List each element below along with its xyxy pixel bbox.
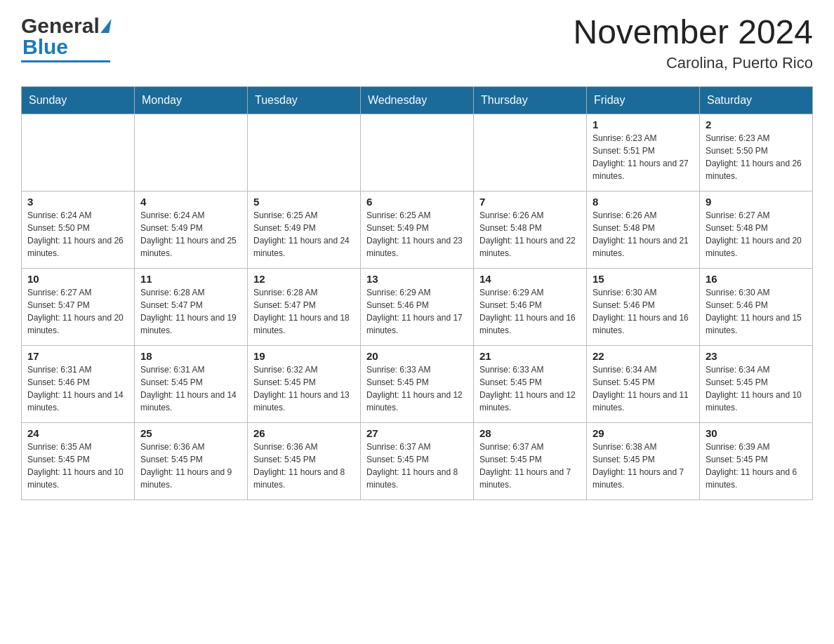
col-header-friday: Friday xyxy=(587,86,700,114)
calendar-cell: 15Sunrise: 6:30 AM Sunset: 5:46 PM Dayli… xyxy=(587,268,700,345)
day-number: 24 xyxy=(27,427,128,439)
day-number: 18 xyxy=(140,350,241,362)
day-number: 29 xyxy=(593,427,694,439)
day-info: Sunrise: 6:23 AM Sunset: 5:50 PM Dayligh… xyxy=(706,132,807,182)
calendar-cell: 2Sunrise: 6:23 AM Sunset: 5:50 PM Daylig… xyxy=(700,114,813,191)
day-number: 10 xyxy=(27,273,128,285)
title-block: November 2024 Carolina, Puerto Rico xyxy=(573,14,813,72)
day-number: 3 xyxy=(27,196,128,208)
day-number: 14 xyxy=(479,273,581,285)
calendar-cell: 16Sunrise: 6:30 AM Sunset: 5:46 PM Dayli… xyxy=(700,268,813,345)
day-number: 17 xyxy=(27,350,128,362)
day-info: Sunrise: 6:34 AM Sunset: 5:45 PM Dayligh… xyxy=(593,363,694,414)
calendar-cell: 25Sunrise: 6:36 AM Sunset: 5:45 PM Dayli… xyxy=(135,422,248,499)
calendar-cell: 1Sunrise: 6:23 AM Sunset: 5:51 PM Daylig… xyxy=(587,114,700,191)
day-info: Sunrise: 6:34 AM Sunset: 5:45 PM Dayligh… xyxy=(706,363,807,414)
day-info: Sunrise: 6:36 AM Sunset: 5:45 PM Dayligh… xyxy=(253,441,355,491)
calendar-header-row: SundayMondayTuesdayWednesdayThursdayFrid… xyxy=(22,86,813,114)
calendar-cell: 23Sunrise: 6:34 AM Sunset: 5:45 PM Dayli… xyxy=(700,345,813,422)
calendar-cell: 28Sunrise: 6:37 AM Sunset: 5:45 PM Dayli… xyxy=(474,422,587,499)
day-info: Sunrise: 6:31 AM Sunset: 5:45 PM Dayligh… xyxy=(140,363,241,414)
day-number: 2 xyxy=(706,119,807,130)
calendar-cell xyxy=(135,114,248,191)
day-info: Sunrise: 6:30 AM Sunset: 5:46 PM Dayligh… xyxy=(593,286,694,337)
calendar-cell: 19Sunrise: 6:32 AM Sunset: 5:45 PM Dayli… xyxy=(248,345,361,422)
col-header-saturday: Saturday xyxy=(700,86,813,114)
day-info: Sunrise: 6:31 AM Sunset: 5:46 PM Dayligh… xyxy=(27,363,128,414)
day-info: Sunrise: 6:25 AM Sunset: 5:49 PM Dayligh… xyxy=(366,209,468,260)
col-header-tuesday: Tuesday xyxy=(248,86,361,114)
calendar-row-4: 24Sunrise: 6:35 AM Sunset: 5:45 PM Dayli… xyxy=(22,422,813,499)
month-title: November 2024 xyxy=(573,14,813,51)
calendar-cell: 14Sunrise: 6:29 AM Sunset: 5:46 PM Dayli… xyxy=(474,268,587,345)
col-header-monday: Monday xyxy=(135,86,248,114)
day-number: 12 xyxy=(253,273,355,285)
day-number: 5 xyxy=(253,196,355,208)
day-info: Sunrise: 6:33 AM Sunset: 5:45 PM Dayligh… xyxy=(366,363,468,414)
day-info: Sunrise: 6:26 AM Sunset: 5:48 PM Dayligh… xyxy=(479,209,581,260)
day-info: Sunrise: 6:32 AM Sunset: 5:45 PM Dayligh… xyxy=(253,363,355,414)
calendar-row-2: 10Sunrise: 6:27 AM Sunset: 5:47 PM Dayli… xyxy=(22,268,813,345)
calendar-cell: 5Sunrise: 6:25 AM Sunset: 5:49 PM Daylig… xyxy=(248,191,361,268)
day-number: 27 xyxy=(366,427,468,439)
calendar-cell: 26Sunrise: 6:36 AM Sunset: 5:45 PM Dayli… xyxy=(248,422,361,499)
day-info: Sunrise: 6:37 AM Sunset: 5:45 PM Dayligh… xyxy=(366,441,468,491)
calendar-cell: 20Sunrise: 6:33 AM Sunset: 5:45 PM Dayli… xyxy=(361,345,474,422)
calendar-cell xyxy=(361,114,474,191)
calendar-cell: 18Sunrise: 6:31 AM Sunset: 5:45 PM Dayli… xyxy=(135,345,248,422)
col-header-sunday: Sunday xyxy=(22,86,135,114)
day-info: Sunrise: 6:26 AM Sunset: 5:48 PM Dayligh… xyxy=(593,209,694,260)
day-info: Sunrise: 6:24 AM Sunset: 5:50 PM Dayligh… xyxy=(27,209,128,260)
calendar-row-3: 17Sunrise: 6:31 AM Sunset: 5:46 PM Dayli… xyxy=(22,345,813,422)
day-info: Sunrise: 6:36 AM Sunset: 5:45 PM Dayligh… xyxy=(140,441,241,491)
calendar-cell: 3Sunrise: 6:24 AM Sunset: 5:50 PM Daylig… xyxy=(22,191,135,268)
calendar-cell: 24Sunrise: 6:35 AM Sunset: 5:45 PM Dayli… xyxy=(22,422,135,499)
day-number: 25 xyxy=(140,427,241,439)
day-info: Sunrise: 6:25 AM Sunset: 5:49 PM Dayligh… xyxy=(253,209,355,260)
day-number: 4 xyxy=(140,196,241,208)
calendar-cell xyxy=(248,114,361,191)
day-info: Sunrise: 6:28 AM Sunset: 5:47 PM Dayligh… xyxy=(253,286,355,337)
day-info: Sunrise: 6:24 AM Sunset: 5:49 PM Dayligh… xyxy=(140,209,241,260)
day-number: 1 xyxy=(593,119,694,130)
day-number: 6 xyxy=(366,196,468,208)
day-number: 22 xyxy=(593,350,694,362)
day-number: 21 xyxy=(479,350,581,362)
day-number: 20 xyxy=(366,350,468,362)
day-number: 7 xyxy=(479,196,581,208)
calendar-cell: 6Sunrise: 6:25 AM Sunset: 5:49 PM Daylig… xyxy=(361,191,474,268)
location-text: Carolina, Puerto Rico xyxy=(573,54,813,72)
calendar-cell: 9Sunrise: 6:27 AM Sunset: 5:48 PM Daylig… xyxy=(700,191,813,268)
day-info: Sunrise: 6:29 AM Sunset: 5:46 PM Dayligh… xyxy=(479,286,581,337)
calendar-cell: 30Sunrise: 6:39 AM Sunset: 5:45 PM Dayli… xyxy=(700,422,813,499)
day-number: 23 xyxy=(706,350,807,362)
day-number: 9 xyxy=(706,196,807,208)
calendar-cell: 13Sunrise: 6:29 AM Sunset: 5:46 PM Dayli… xyxy=(361,268,474,345)
calendar-cell: 21Sunrise: 6:33 AM Sunset: 5:45 PM Dayli… xyxy=(474,345,587,422)
calendar-cell xyxy=(22,114,135,191)
day-info: Sunrise: 6:39 AM Sunset: 5:45 PM Dayligh… xyxy=(706,441,807,491)
calendar-row-1: 3Sunrise: 6:24 AM Sunset: 5:50 PM Daylig… xyxy=(22,191,813,268)
day-number: 11 xyxy=(140,273,241,285)
calendar-row-0: 1Sunrise: 6:23 AM Sunset: 5:51 PM Daylig… xyxy=(22,114,813,191)
day-number: 30 xyxy=(706,427,807,439)
day-number: 16 xyxy=(706,273,807,285)
calendar-cell: 27Sunrise: 6:37 AM Sunset: 5:45 PM Dayli… xyxy=(361,422,474,499)
calendar-cell: 10Sunrise: 6:27 AM Sunset: 5:47 PM Dayli… xyxy=(22,268,135,345)
calendar-cell: 22Sunrise: 6:34 AM Sunset: 5:45 PM Dayli… xyxy=(587,345,700,422)
day-info: Sunrise: 6:35 AM Sunset: 5:45 PM Dayligh… xyxy=(27,441,128,491)
day-info: Sunrise: 6:37 AM Sunset: 5:45 PM Dayligh… xyxy=(479,441,581,491)
day-info: Sunrise: 6:23 AM Sunset: 5:51 PM Dayligh… xyxy=(593,132,694,182)
day-number: 19 xyxy=(253,350,355,362)
calendar-cell: 17Sunrise: 6:31 AM Sunset: 5:46 PM Dayli… xyxy=(22,345,135,422)
calendar-table: SundayMondayTuesdayWednesdayThursdayFrid… xyxy=(21,86,813,500)
calendar-cell: 7Sunrise: 6:26 AM Sunset: 5:48 PM Daylig… xyxy=(474,191,587,268)
logo-triangle-icon xyxy=(100,19,112,33)
calendar-cell: 4Sunrise: 6:24 AM Sunset: 5:49 PM Daylig… xyxy=(135,191,248,268)
calendar-cell: 12Sunrise: 6:28 AM Sunset: 5:47 PM Dayli… xyxy=(248,268,361,345)
day-info: Sunrise: 6:38 AM Sunset: 5:45 PM Dayligh… xyxy=(593,441,694,491)
day-number: 26 xyxy=(253,427,355,439)
day-number: 15 xyxy=(593,273,694,285)
logo-general-text: General xyxy=(21,14,100,38)
calendar-cell: 11Sunrise: 6:28 AM Sunset: 5:47 PM Dayli… xyxy=(135,268,248,345)
